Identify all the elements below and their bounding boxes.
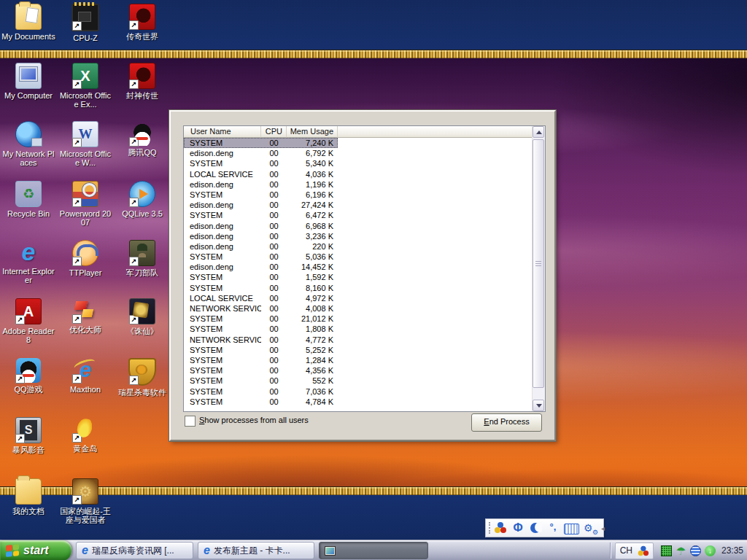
start-button[interactable]: start: [0, 540, 71, 560]
process-row[interactable]: SYSTEM007,240 K: [184, 138, 338, 148]
ttplayer-icon: ↗: [72, 240, 98, 266]
desktop-icon-maxthon[interactable]: ↗Maxthon: [58, 358, 113, 394]
language-indicator[interactable]: CH: [615, 542, 654, 559]
process-list-scrollbar[interactable]: [532, 126, 545, 411]
input-method-icon[interactable]: [638, 545, 648, 556]
shortcut-arrow-icon: ↗: [129, 198, 139, 207]
ime-drag-handle[interactable]: [489, 522, 490, 534]
desktop-icon-fengshen[interactable]: ↗封神传世: [115, 63, 170, 100]
network-monitor-icon[interactable]: [661, 545, 672, 556]
process-row[interactable]: SYSTEM004,784 K: [184, 397, 338, 407]
punctuation-icon[interactable]: [546, 521, 560, 534]
scrollbar-up-icon[interactable]: [533, 126, 544, 138]
process-row[interactable]: edison.deng003,236 K: [184, 231, 338, 241]
process-row[interactable]: SYSTEM008,160 K: [184, 283, 338, 293]
desktop-icon-my-documents[interactable]: My Documents: [1, 4, 56, 41]
excel-icon: ↗: [72, 63, 98, 89]
desktop-icon-label: 腾讯QQ: [115, 148, 170, 157]
shortcut-arrow-icon: ↗: [72, 495, 82, 505]
desktop-icon-network-places[interactable]: My Network Places: [1, 121, 56, 167]
desktop-icon-army[interactable]: ↗军刀部队: [115, 240, 170, 277]
update-icon[interactable]: [705, 545, 716, 556]
taskbar-task-1[interactable]: e瑞星反病毒资讯网 [...: [76, 542, 193, 559]
process-row[interactable]: SYSTEM001,808 K: [184, 324, 338, 334]
process-row[interactable]: edison.deng0027,424 K: [184, 200, 338, 210]
tools-icon[interactable]: [584, 521, 597, 534]
desktop-icon-ie[interactable]: Internet Explorer: [1, 240, 56, 284]
process-row[interactable]: SYSTEM005,252 K: [184, 345, 338, 355]
desktop-icon-label: 暴风影音: [1, 446, 56, 454]
desktop-icon-ron[interactable]: ↗国家的崛起-王座与爱国者: [58, 478, 113, 524]
desktop-icon-label: TTPlayer: [58, 268, 113, 277]
desktop-icon-label: Powerword 2007: [58, 209, 113, 227]
process-row[interactable]: edison.deng00220 K: [184, 241, 338, 252]
process-row[interactable]: SYSTEM007,036 K: [184, 386, 338, 397]
chinese-mode-icon[interactable]: [511, 521, 525, 534]
column-header-user-name[interactable]: User Name: [184, 126, 261, 138]
shortcut-arrow-icon: ↗: [72, 21, 82, 31]
taskbar-clock: 23:35: [721, 545, 743, 556]
rising-firewall-icon[interactable]: [690, 545, 701, 556]
powerword-icon: ↗: [72, 181, 98, 207]
input-method-icon[interactable]: [494, 521, 507, 534]
process-row[interactable]: edison.deng0014,452 K: [184, 262, 338, 272]
desktop-icon-label: 瑞星杀毒软件: [115, 388, 170, 397]
taskbar-task-2[interactable]: e发布新主题 - 卡卡...: [198, 542, 314, 559]
soft-keyboard-icon[interactable]: [564, 524, 579, 534]
process-row[interactable]: SYSTEM004,356 K: [184, 365, 338, 376]
desktop-icon-rising[interactable]: ↗瑞星杀毒软件: [115, 358, 170, 397]
process-row[interactable]: SYSTEM006,472 K: [184, 210, 338, 220]
end-process-button[interactable]: End Process: [471, 413, 542, 432]
rising-umbrella-icon[interactable]: [676, 545, 686, 556]
process-row[interactable]: SYSTEM00552 K: [184, 376, 338, 386]
column-header-mem-usage[interactable]: Mem Usage: [287, 126, 338, 138]
network-places-icon: [15, 121, 42, 147]
column-header-cpu[interactable]: CPU: [261, 126, 287, 138]
process-row[interactable]: LOCAL SERVICE004,036 K: [184, 169, 338, 179]
desktop-icon-word[interactable]: ↗Microsoft Office W...: [58, 121, 113, 167]
task-manager-window: User Name CPU Mem Usage SYSTEM007,240 Ke…: [169, 110, 556, 441]
process-row[interactable]: NETWORK SERVICE004,008 K: [184, 303, 338, 314]
taskbar-task-taskmanager[interactable]: [319, 542, 428, 559]
cpuz-icon: ↗: [71, 4, 99, 31]
desktop-icon-label: My Network Places: [1, 149, 56, 167]
desktop-icon-folder[interactable]: 我的文档: [1, 478, 56, 516]
start-button-label: start: [23, 544, 49, 557]
process-row[interactable]: SYSTEM0021,012 K: [184, 314, 338, 324]
desktop-icon-powerword[interactable]: ↗Powerword 2007: [58, 181, 113, 227]
desktop-icon-zhuxian[interactable]: ↗《诛仙》: [115, 298, 170, 335]
desktop-icon-goldisland[interactable]: ↗黄金岛: [58, 417, 113, 453]
process-row[interactable]: NETWORK SERVICE004,772 K: [184, 335, 338, 345]
scrollbar-thumb[interactable]: [533, 139, 544, 388]
process-row[interactable]: SYSTEM006,196 K: [184, 190, 338, 200]
tray-divider: [610, 542, 611, 559]
process-row[interactable]: edison.deng001,196 K: [184, 179, 338, 190]
desktop-icon-ttplayer[interactable]: ↗TTPlayer: [58, 240, 113, 277]
desktop-icon-qq[interactable]: ↗腾讯QQ: [115, 121, 170, 157]
shortcut-arrow-icon: ↗: [72, 257, 82, 266]
desktop-icon-storm[interactable]: ↗暴风影音: [1, 417, 56, 454]
desktop-icon-excel[interactable]: ↗Microsoft Office Ex...: [58, 63, 113, 109]
show-all-users-checkbox[interactable]: [185, 416, 196, 427]
desktop-icon-recycle-bin[interactable]: Recycle Bin: [1, 181, 56, 218]
desktop-icon-qqlive[interactable]: ↗QQLive 3.5: [115, 181, 170, 218]
desktop-icon-label: My Computer: [1, 91, 56, 100]
process-row[interactable]: SYSTEM005,340 K: [184, 158, 338, 168]
process-row[interactable]: SYSTEM001,592 K: [184, 272, 338, 282]
desktop-icon-cpuz[interactable]: ↗CPU-Z: [58, 4, 113, 42]
desktop-icon-youhua[interactable]: ↗优化大师: [58, 298, 113, 334]
process-row[interactable]: SYSTEM005,036 K: [184, 252, 338, 262]
ime-collapse-arrow-icon[interactable]: ◂: [601, 524, 605, 532]
process-row[interactable]: edison.deng006,968 K: [184, 221, 338, 231]
desktop-icon-label: 传奇世界: [115, 32, 170, 41]
desktop-icon-qq-game[interactable]: ↗QQ游戏: [1, 358, 56, 394]
process-row[interactable]: SYSTEM001,284 K: [184, 355, 338, 365]
desktop-icon-my-computer[interactable]: My Computer: [1, 63, 56, 100]
desktop-icon-adobe[interactable]: ↗Adobe Reader 8: [1, 298, 56, 344]
scrollbar-down-icon[interactable]: [533, 400, 544, 411]
desktop-icon-legend-world[interactable]: ↗传奇世界: [115, 4, 170, 41]
fullwidth-icon[interactable]: [529, 521, 542, 534]
process-row[interactable]: LOCAL SERVICE004,972 K: [184, 293, 338, 303]
process-row[interactable]: edison.deng006,792 K: [184, 148, 338, 158]
qqlive-icon: ↗: [129, 181, 155, 207]
